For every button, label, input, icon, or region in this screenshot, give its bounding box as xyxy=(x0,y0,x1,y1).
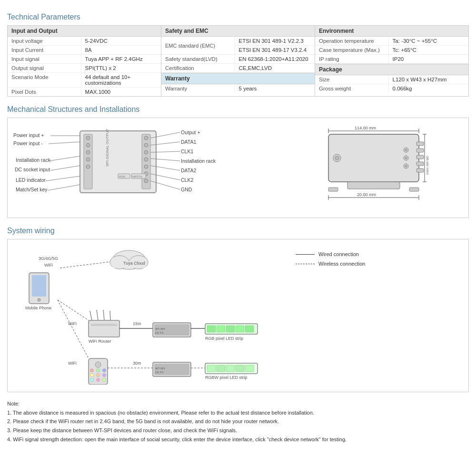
depth-dim-label: 20.00 mm xyxy=(357,192,376,197)
notes-header: Note: xyxy=(7,399,469,408)
dashed-line-icon xyxy=(296,264,315,264)
input-current-value: 8A xyxy=(81,46,161,54)
svg-point-86 xyxy=(103,369,106,372)
mobile-phone-label: Mobile Phone xyxy=(25,306,51,310)
gnd-label: GND xyxy=(181,187,192,192)
tech-params-heading: Technical Parameters xyxy=(7,13,469,21)
led-indicator-label: LED indicator xyxy=(16,177,46,183)
svg-rect-98 xyxy=(207,365,216,372)
ip-rating-label: IP rating xyxy=(315,55,389,63)
svg-rect-46 xyxy=(416,169,424,172)
svg-rect-42 xyxy=(416,142,424,146)
svg-line-2 xyxy=(49,156,80,161)
safety-emc-header: Safety and EMC xyxy=(161,26,315,37)
case-temp-value: Tc: +65°C xyxy=(389,46,468,54)
svg-rect-45 xyxy=(416,162,424,166)
svg-line-69 xyxy=(110,311,110,320)
svg-rect-44 xyxy=(416,155,424,159)
emc-standard-value: ETSI EN 301 489-1 V2.2.3 ETSI EN 301 489… xyxy=(235,37,315,54)
input-voltage-value: 5-24VDC xyxy=(81,37,161,45)
controller2-label: WT-SPI xyxy=(155,367,165,370)
op-temp-label: Operation temperature xyxy=(315,37,389,45)
svg-point-10 xyxy=(86,150,90,154)
table-row: Operation temperature Ta: -30°C ~ +55°C xyxy=(315,37,468,46)
safety-lvd-value: EN 62368-1:2020+A11:2020 xyxy=(235,55,315,63)
svg-point-17 xyxy=(144,158,148,161)
warranty-value: 5 years xyxy=(235,84,315,93)
controller2-sublabel: CE FC xyxy=(155,371,164,374)
table-row: Input voltage 5-24VDC xyxy=(8,37,161,46)
svg-rect-62 xyxy=(32,275,46,297)
svg-rect-65 xyxy=(89,320,119,337)
spi-label: SPI-SIGNAL OUTPUT xyxy=(105,129,109,167)
mech-svg: Power input + Power input - Installation… xyxy=(13,124,275,212)
tech-params-table: Input and Output Input voltage 5-24VDC I… xyxy=(7,25,469,97)
size-label: Size xyxy=(315,75,389,84)
wiring-left: Tuya Cloud 3G/4G/5G WiFi Mobile Phone Wi… xyxy=(15,247,291,385)
mech-section: Power input + Power input - Installation… xyxy=(7,118,469,218)
svg-line-66 xyxy=(90,311,92,320)
mech-right-diagram: 114.00 mm xyxy=(285,124,463,212)
power-minus-label: Power input - xyxy=(13,140,43,146)
table-row: Output signal SPI(TTL) x 2 xyxy=(8,64,161,73)
notes-section: Note: 1. The above distance is measured … xyxy=(7,397,469,444)
svg-rect-70 xyxy=(91,324,117,326)
input-output-header: Input and Output xyxy=(8,26,161,37)
controller1-sublabel: CE FC xyxy=(155,331,164,334)
width-dim-label: 114.00 mm xyxy=(355,126,376,130)
data2-label: DATA2 xyxy=(181,168,196,173)
svg-point-92 xyxy=(103,378,106,382)
svg-rect-101 xyxy=(236,365,244,372)
wiring-svg: Tuya Cloud 3G/4G/5G WiFi Mobile Phone Wi… xyxy=(15,247,281,385)
certification-label: Certification xyxy=(161,64,235,72)
power-plus-label: Power input + xyxy=(13,132,44,138)
svg-point-83 xyxy=(95,362,101,367)
table-row: Certification CE,EMC,LVD xyxy=(161,64,315,73)
svg-point-91 xyxy=(97,378,100,382)
table-row: Input Current 8A xyxy=(8,46,161,55)
environment-header: Environment xyxy=(315,26,468,37)
svg-rect-100 xyxy=(226,365,235,372)
note-1: 1. The above distance is measured in spa… xyxy=(7,408,469,417)
table-row: Gross weight 0.066kg xyxy=(315,84,468,93)
table-row: Safety standard(LVD) EN 62368-1:2020+A11… xyxy=(161,55,315,64)
svg-point-63 xyxy=(38,298,40,301)
note-3: 3. Please keep the distance between WT-S… xyxy=(7,426,469,435)
package-header: Package xyxy=(315,64,468,75)
svg-point-41 xyxy=(405,165,407,167)
input-voltage-label: Input voltage xyxy=(8,37,81,45)
svg-point-84 xyxy=(90,369,94,372)
output-plus-label: Output + xyxy=(181,129,200,135)
emc-value-2: ETSI EN 301 489-17 V3.2.4 xyxy=(235,46,315,54)
gross-weight-value: 0.066kg xyxy=(389,84,468,93)
wiring-heading: System wiring xyxy=(7,227,469,235)
wifi-label-3: WiFi xyxy=(68,361,77,366)
svg-point-37 xyxy=(405,149,407,151)
wired-legend: Wired connection xyxy=(296,251,461,257)
wifi-label-1: WiFi xyxy=(44,263,53,268)
rgb-strip-label: RGB pixel LED strip xyxy=(205,336,243,341)
note-4: 4. WiFi signal strength detection: open … xyxy=(7,435,469,444)
table-row: Scenario Mode 44 default and 10+ customi… xyxy=(8,73,161,88)
height-dim-label: 38.00 mm xyxy=(426,156,428,175)
svg-point-14 xyxy=(144,136,148,140)
svg-rect-43 xyxy=(416,149,424,152)
svg-rect-51 xyxy=(328,188,338,191)
size-value: L120 x W43 x H27mm xyxy=(389,75,468,84)
wired-label: Wired connection xyxy=(318,251,359,257)
svg-point-39 xyxy=(405,157,407,159)
output-signal-label: Output signal xyxy=(8,64,81,72)
input-current-label: Input Current xyxy=(8,46,81,54)
warranty-label: Warranty xyxy=(161,84,235,93)
svg-rect-77 xyxy=(217,326,225,332)
svg-line-60 xyxy=(60,262,110,268)
scenario-mode-label: Scenario Mode xyxy=(8,73,81,87)
warranty-header: Warranty xyxy=(161,73,315,84)
svg-rect-78 xyxy=(226,326,235,332)
svg-line-1 xyxy=(49,142,80,144)
clk1-label: CLK1 xyxy=(181,149,193,154)
solid-line-icon xyxy=(296,254,315,255)
input-output-col: Input and Output Input voltage 5-24VDC I… xyxy=(8,26,161,96)
wireless-label: Wireless connection xyxy=(318,261,365,267)
mech-diagram: Power input + Power input - Installation… xyxy=(7,118,469,218)
